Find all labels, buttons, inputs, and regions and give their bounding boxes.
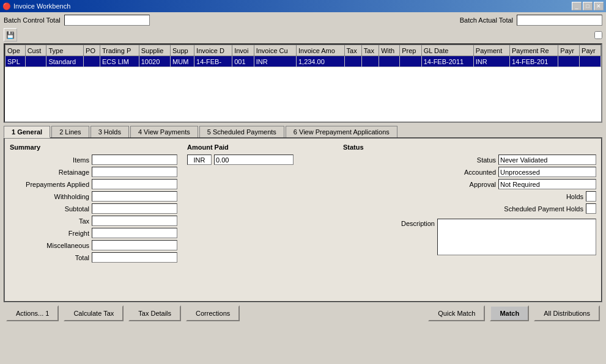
total-input[interactable] bbox=[92, 252, 177, 263]
amount-paid-section: Amount Paid bbox=[187, 144, 333, 296]
minimize-button[interactable]: _ bbox=[572, 2, 582, 10]
match-button[interactable]: Match bbox=[490, 305, 529, 321]
holds-checkbox[interactable] bbox=[586, 191, 596, 202]
col-payment-re: Payment Re bbox=[510, 45, 558, 56]
prepayments-row: Prepayments Applied bbox=[10, 179, 177, 189]
accounted-row: Accounted bbox=[343, 167, 596, 177]
tab-lines[interactable]: 2 Lines bbox=[51, 126, 89, 138]
tax-input[interactable] bbox=[92, 216, 177, 226]
retainage-input[interactable] bbox=[92, 167, 177, 177]
approval-input[interactable] bbox=[498, 179, 596, 189]
miscellaneous-label: Miscellaneous bbox=[10, 242, 89, 249]
corrections-button[interactable]: Corrections bbox=[186, 305, 240, 321]
tab-view-prepayment[interactable]: 6 View Prepayment Applications bbox=[286, 126, 397, 138]
right-buttons: Quick Match Match All Distributions bbox=[428, 305, 600, 321]
miscellaneous-input[interactable] bbox=[92, 240, 177, 250]
cell-invoi: 001 bbox=[232, 56, 254, 67]
freight-row: Freight bbox=[10, 228, 177, 238]
status-section: Status Status Accounted Approval Holds bbox=[343, 144, 596, 296]
table-row bbox=[6, 89, 601, 100]
cell-payr2 bbox=[580, 56, 601, 67]
title-bar: 🔴 Invoice Workbench _ □ ✕ bbox=[0, 0, 606, 12]
items-input[interactable] bbox=[92, 155, 177, 165]
general-panel: Summary Items Retainage Prepayments Appl… bbox=[4, 137, 602, 302]
toolbar-row: 💾 bbox=[4, 28, 602, 42]
batch-control-input[interactable] bbox=[64, 15, 150, 26]
bottom-bar: Actions... 1 Calculate Tax Tax Details C… bbox=[4, 305, 602, 321]
quick-match-button[interactable]: Quick Match bbox=[428, 305, 485, 321]
col-payr2: Payr bbox=[580, 45, 601, 56]
tab-view-payments[interactable]: 4 View Payments bbox=[130, 126, 198, 138]
withholding-label: Withholding bbox=[10, 193, 89, 200]
col-po: PO bbox=[84, 45, 100, 56]
col-invoice-d: Invoice D bbox=[194, 45, 232, 56]
freight-label: Freight bbox=[10, 230, 89, 237]
items-row: Items bbox=[10, 155, 177, 165]
tax-details-button[interactable]: Tax Details bbox=[128, 305, 181, 321]
cell-type: Standard bbox=[46, 56, 84, 67]
cell-invoice-cu: INR bbox=[254, 56, 296, 67]
total-row: Total bbox=[10, 252, 177, 263]
amount-paid-title: Amount Paid bbox=[187, 144, 333, 151]
retainage-label: Retainage bbox=[10, 169, 89, 176]
miscellaneous-row: Miscellaneous bbox=[10, 240, 177, 250]
cell-invoice-amo: 1,234.00 bbox=[296, 56, 344, 67]
actions-button[interactable]: Actions... 1 bbox=[6, 305, 59, 321]
subtotal-input[interactable] bbox=[92, 203, 177, 214]
batch-control-label: Batch Control Total bbox=[4, 16, 61, 24]
subtotal-row: Subtotal bbox=[10, 203, 177, 214]
maximize-button[interactable]: □ bbox=[583, 2, 593, 10]
app-icon: 🔴 bbox=[2, 2, 11, 10]
summary-title: Summary bbox=[10, 144, 177, 151]
col-invoice-amo: Invoice Amo bbox=[296, 45, 344, 56]
withholding-input[interactable] bbox=[92, 191, 177, 202]
status-status-input[interactable] bbox=[498, 155, 596, 165]
cell-trading: ECS LIM bbox=[100, 56, 139, 67]
cell-payment: INR bbox=[473, 56, 509, 67]
batch-actual-input[interactable] bbox=[517, 15, 602, 26]
cell-payment-re: 14-FEB-201 bbox=[510, 56, 558, 67]
col-gl-date: GL Date bbox=[421, 45, 473, 56]
scheduled-holds-row: Scheduled Payment Holds bbox=[343, 203, 596, 214]
cell-gl-date: 14-FEB-2011 bbox=[421, 56, 473, 67]
cell-with bbox=[379, 56, 400, 67]
cell-tax2 bbox=[361, 56, 379, 67]
col-trading: Trading P bbox=[100, 45, 139, 56]
save-icon[interactable]: 💾 bbox=[4, 28, 17, 42]
items-label: Items bbox=[10, 156, 89, 164]
tab-scheduled-payments[interactable]: 5 Scheduled Payments bbox=[199, 126, 284, 138]
table-row bbox=[6, 78, 601, 89]
holds-label: Holds bbox=[492, 193, 583, 200]
close-button[interactable]: ✕ bbox=[594, 2, 604, 10]
batch-actual-label: Batch Actual Total bbox=[460, 16, 513, 24]
col-payment: Payment bbox=[473, 45, 509, 56]
accounted-input[interactable] bbox=[498, 167, 596, 177]
status-status-row: Status bbox=[343, 155, 596, 165]
accounted-label: Accounted bbox=[404, 169, 496, 176]
amount-input[interactable] bbox=[214, 155, 294, 165]
currency-input[interactable] bbox=[187, 155, 212, 165]
checkbox-top-right[interactable] bbox=[594, 31, 602, 39]
description-textarea[interactable] bbox=[437, 219, 596, 255]
cell-cust bbox=[25, 56, 46, 67]
tab-holds[interactable]: 3 Holds bbox=[91, 126, 129, 138]
scheduled-holds-label: Scheduled Payment Holds bbox=[492, 205, 583, 213]
col-prep: Prep bbox=[400, 45, 422, 56]
summary-section: Summary Items Retainage Prepayments Appl… bbox=[10, 144, 177, 296]
col-cust: Cust bbox=[25, 45, 46, 56]
cell-tax1 bbox=[344, 56, 361, 67]
calculate-tax-button[interactable]: Calculate Tax bbox=[64, 305, 124, 321]
holds-row: Holds bbox=[343, 191, 596, 202]
all-distributions-button[interactable]: All Distributions bbox=[534, 305, 600, 321]
cell-supp: MUM bbox=[171, 56, 194, 67]
col-supp: Supp bbox=[171, 45, 194, 56]
scheduled-holds-checkbox[interactable] bbox=[586, 203, 596, 214]
prepayments-input[interactable] bbox=[92, 179, 177, 189]
title-bar-controls[interactable]: _ □ ✕ bbox=[572, 2, 604, 10]
freight-input[interactable] bbox=[92, 228, 177, 238]
col-with: With bbox=[379, 45, 400, 56]
col-tax2: Tax bbox=[361, 45, 379, 56]
table-row[interactable]: SPL Standard ECS LIM 10020 MUM 14-FEB- 0… bbox=[6, 56, 601, 67]
table-row bbox=[6, 67, 601, 78]
tab-general[interactable]: 1 General bbox=[4, 126, 50, 138]
